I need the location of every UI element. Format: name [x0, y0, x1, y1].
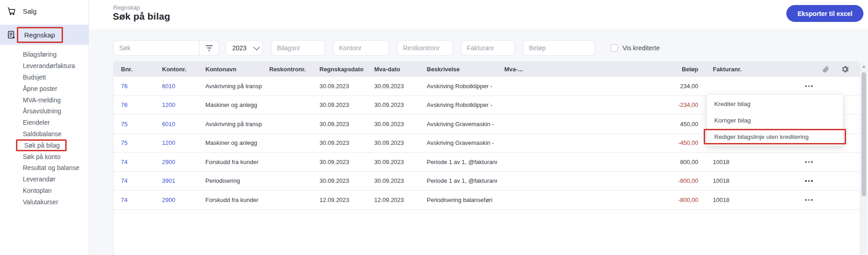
col-bnr[interactable]: Bnr.	[114, 66, 155, 73]
restkontronr-input[interactable]	[397, 40, 453, 56]
breadcrumb[interactable]: Regnskap	[113, 4, 140, 11]
col-fakturanr[interactable]: Fakturanr.	[706, 66, 776, 73]
kontonr-link[interactable]: 1200	[155, 101, 198, 108]
kontonr-link[interactable]: 1200	[155, 139, 198, 146]
scroll-up-arrow-icon[interactable]	[863, 65, 865, 68]
search-input[interactable]	[114, 44, 199, 52]
regnskapsdato-cell: 30.09.2023	[312, 139, 367, 146]
sidebar-item-label: Regnskap	[17, 27, 63, 43]
sidebar-submenu: BilagsføringLeverandørfakturaBudsjettÅpn…	[0, 49, 89, 207]
col-reskontronr[interactable]: Reskontronr.	[262, 66, 312, 73]
sidebar-item-regnskap[interactable]: Regnskap	[0, 25, 89, 45]
row-menu-icon[interactable]	[805, 176, 813, 186]
sidebar-subitem[interactable]: Leverandør	[0, 174, 89, 185]
year-select[interactable]: 2023	[225, 40, 263, 56]
table-row[interactable]: 76 6010 Avskrivning på transportr 30.09.…	[114, 77, 860, 96]
export-to-excel-button[interactable]: Eksporter til excel	[786, 5, 863, 22]
bnr-link[interactable]: 74	[114, 159, 155, 165]
paperclip-icon[interactable]	[822, 66, 829, 73]
col-beskrivelse[interactable]: Beskrivelse	[419, 66, 497, 73]
kontonr-link[interactable]: 3901	[155, 177, 198, 184]
cart-icon	[6, 6, 16, 16]
kontonavn-cell: Forskudd fra kunder	[198, 197, 262, 203]
sidebar-subitem[interactable]: Leverandørfaktura	[0, 60, 89, 72]
vertical-scrollbar[interactable]	[861, 62, 867, 254]
col-kontonr[interactable]: Kontonr.	[155, 66, 198, 73]
beskrivelse-cell: Periode 1 av 1, @fakturanr	[419, 159, 497, 165]
kontonr-link[interactable]: 6010	[155, 83, 198, 90]
context-menu-item[interactable]: Korriger bilag	[707, 112, 843, 128]
mva-dato-cell: 30.09.2023	[367, 177, 419, 184]
sidebar-subitem[interactable]: Søk på konto	[0, 151, 89, 162]
mva-dato-cell: 30.09.2023	[367, 101, 419, 108]
col-mva-dato[interactable]: Mva-dato	[367, 66, 419, 73]
bnr-link[interactable]: 76	[114, 83, 155, 90]
context-menu-item[interactable]: Rediger bilagslinje uten kreditering	[707, 128, 843, 145]
bnr-link[interactable]: 75	[114, 139, 155, 146]
sidebar-subitem[interactable]: Saldobalanse	[0, 128, 89, 140]
fakturanr-cell: 10018	[706, 159, 776, 165]
row-menu-icon[interactable]	[805, 157, 813, 166]
col-mva[interactable]: Mva-...	[497, 66, 563, 73]
fakturanr-input[interactable]	[461, 40, 515, 56]
col-kontonavn[interactable]: Kontonavn	[198, 66, 262, 73]
table-row[interactable]: 74 2900 Forskudd fra kunder 30.09.2023 3…	[114, 153, 860, 172]
kontonr-input[interactable]	[333, 40, 389, 56]
col-regnskapsdato[interactable]: Regnskapsdato	[312, 66, 367, 73]
sidebar-subitem[interactable]: Kontoplan	[0, 185, 89, 197]
row-actions	[776, 157, 860, 166]
regnskapsdato-cell: 12.09.2023	[312, 197, 367, 203]
sidebar: Salg Regnskap BilagsføringLeverandørfakt…	[0, 0, 89, 255]
kontonr-link[interactable]: 2900	[155, 197, 198, 203]
mva-dato-cell: 30.09.2023	[367, 159, 419, 165]
scrollbar-thumb[interactable]	[862, 72, 866, 197]
vis-krediterte-checkbox[interactable]: Vis krediterte	[611, 44, 659, 52]
sidebar-subitem[interactable]: Budsjett	[0, 72, 89, 83]
page-header: Regnskap Søk på bilag Eksporter til exce…	[89, 0, 868, 29]
regnskapsdato-cell: 30.09.2023	[312, 159, 367, 165]
header-actions	[776, 65, 860, 73]
sidebar-subitem[interactable]: Årsavslutning	[0, 106, 89, 117]
sidebar-subitem[interactable]: Valutakurser	[0, 196, 89, 207]
gear-icon[interactable]	[841, 65, 849, 73]
belop-cell: -800,00	[563, 177, 706, 184]
sidebar-subitem[interactable]: Søk på bilag	[0, 139, 89, 151]
bnr-link[interactable]: 74	[114, 177, 155, 184]
sidebar-subitem[interactable]: Bilagsføring	[0, 49, 89, 60]
kontonavn-cell: Periodisering	[198, 177, 262, 184]
belop-input[interactable]	[523, 40, 595, 56]
belop-cell: 450,00	[563, 121, 706, 128]
table-row[interactable]: 74 2900 Forskudd fra kunder 12.09.2023 1…	[114, 191, 860, 210]
beskrivelse-cell: Periodisering balanseføri	[419, 197, 497, 203]
sidebar-subitem[interactable]: Åpne poster	[0, 83, 89, 94]
table-row[interactable]: 74 3901 Periodisering 30.09.2023 30.09.2…	[114, 172, 860, 191]
kontonr-link[interactable]: 6010	[155, 121, 198, 128]
filter-icon[interactable]	[199, 45, 219, 51]
sidebar-subitem[interactable]: Eiendeler	[0, 117, 89, 128]
kontonr-link[interactable]: 2900	[155, 159, 198, 165]
chevron-down-icon	[253, 44, 260, 50]
col-belop[interactable]: Beløp	[563, 66, 706, 73]
kontonavn-cell: Maskiner og anlegg	[198, 101, 262, 108]
bnr-link[interactable]: 74	[114, 197, 155, 203]
bnr-link[interactable]: 75	[114, 121, 155, 128]
bnr-link[interactable]: 76	[114, 101, 155, 108]
row-actions	[776, 195, 860, 204]
beskrivelse-cell: Avskriving Gravemaskin -	[419, 139, 497, 146]
row-menu-icon[interactable]	[805, 195, 813, 204]
sidebar-subitem[interactable]: Resultat og balanse	[0, 162, 89, 174]
checkbox-label: Vis krediterte	[622, 44, 659, 52]
checkbox-box[interactable]	[611, 44, 618, 52]
beskrivelse-cell: Avskriving Robotklipper -	[419, 101, 497, 108]
sidebar-item-salg[interactable]: Salg	[0, 0, 89, 22]
fakturanr-cell: 10018	[706, 197, 776, 203]
sidebar-subitem[interactable]: MVA-melding	[0, 94, 89, 106]
context-menu-item[interactable]: Krediter bilag	[707, 96, 843, 112]
beskrivelse-cell: Avskriving Robotklipper -	[419, 83, 497, 90]
bilagsnr-input[interactable]	[271, 40, 325, 56]
ledger-icon	[6, 30, 16, 40]
fakturanr-cell: 10018	[706, 177, 776, 184]
beskrivelse-cell: Periode 1 av 1, @fakturanr	[419, 177, 497, 184]
row-menu-icon[interactable]	[805, 81, 813, 90]
sidebar-item-label: Salg	[23, 7, 37, 15]
